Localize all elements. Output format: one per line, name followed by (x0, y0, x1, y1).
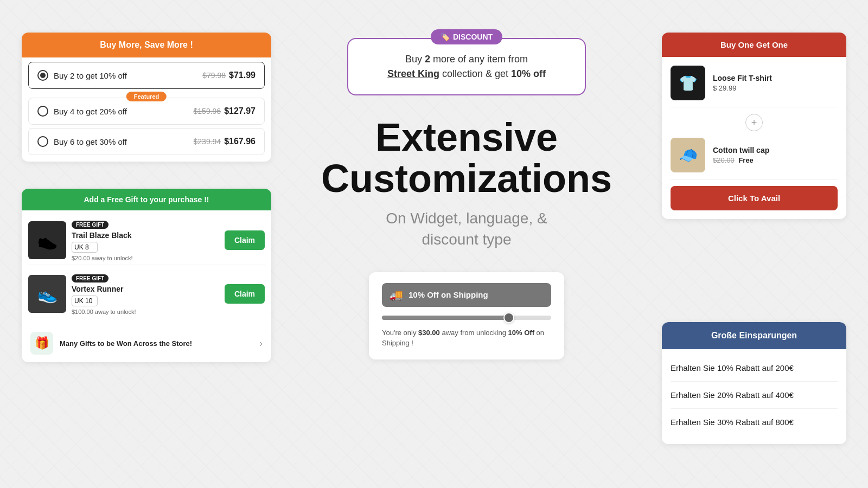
cap-icon: 🧢 (671, 138, 705, 172)
size-select-1[interactable]: UK 8 UK 9 UK 10 (72, 242, 98, 253)
progress-thumb (503, 312, 514, 323)
gift-item-unlock-1: $20.00 away to unlock! (72, 255, 219, 261)
shipping-discount: 10% Off (508, 329, 534, 337)
truck-icon: 🚚 (390, 288, 403, 301)
progress-track (382, 316, 551, 320)
discount-text-part1: Buy (405, 54, 425, 65)
buy-option-1[interactable]: Buy 2 to get 10% off $79.98 $71.99 (28, 62, 265, 89)
buy-option-prices-1: $79.98 $71.99 (202, 70, 256, 80)
discount-text-part3: collection & get (439, 68, 511, 79)
headline-line1: Extensive (375, 115, 558, 159)
bogo-item-2: 🧢 Cotton twill cap $20.00 Free (671, 138, 838, 179)
buy-option-2[interactable]: Featured Buy 4 to get 20% off $159.96 $1… (28, 98, 265, 125)
progress-fill (382, 316, 509, 320)
bogo-item-img-1: 👕 (671, 66, 705, 100)
buy-more-header: Buy More, Save More ! (22, 33, 271, 57)
buy-more-widget: Buy More, Save More ! Buy 2 to get 10% o… (22, 33, 271, 162)
bogo-item-info-1: Loose Fit T-shirt $ 29.99 (713, 74, 838, 92)
subtitle-line2: discount type (422, 231, 512, 248)
chevron-right-icon: › (259, 338, 263, 349)
buy-option-label-1: Buy 2 to get 10% off (54, 71, 197, 80)
headline-subtitle: On Widget, language, & discount type (321, 208, 612, 250)
claim-button-1[interactable]: Claim (225, 230, 265, 250)
shipping-amount: $30.00 (418, 329, 440, 337)
shipping-header: 🚚 10% Off on Shipping (382, 283, 551, 307)
plus-circle: + (745, 114, 763, 131)
bogo-original-price-2: $20.00 (713, 156, 735, 164)
gift-item-1: FREE GIFT Trail Blaze Black UK 8 UK 9 UK… (28, 216, 265, 265)
buy-option-3[interactable]: Buy 6 to get 30% off $239.94 $167.96 (28, 128, 265, 155)
gift-item-img-2 (28, 275, 66, 313)
discount-text: Buy 2 more of any item from Street King … (370, 52, 563, 81)
gift-item-unlock-2: $100.00 away to unlock! (72, 309, 219, 315)
bogo-price-1: $ 29.99 (713, 84, 736, 92)
subtitle-line1: On Widget, language, & (386, 210, 547, 227)
gift-icon: 🎁 (30, 332, 53, 355)
original-price-2: $159.96 (194, 107, 221, 115)
headline-title: Extensive Customizations (321, 117, 612, 199)
shoe-runner-icon (28, 275, 66, 313)
main-headline: Extensive Customizations On Widget, lang… (321, 117, 612, 251)
discounted-price-1: $71.99 (229, 70, 256, 80)
shipping-desc: You're only $30.00 away from unlocking 1… (382, 328, 551, 349)
gift-footer-text: Many Gifts to be Won Across the Store! (60, 339, 253, 348)
discount-text-part2: more of any item from (430, 54, 528, 65)
bogo-item-info-2: Cotton twill cap $20.00 Free (713, 146, 838, 164)
shipping-widget: 🚚 10% Off on Shipping You're only $30.00… (369, 272, 564, 359)
radio-3 (37, 136, 48, 147)
german-item-2: Erhalten Sie 20% Rabatt auf 400€ (671, 382, 838, 409)
german-item-1: Erhalten Sie 10% Rabatt auf 200€ (671, 355, 838, 382)
bogo-item-1: 👕 Loose Fit T-shirt $ 29.99 (671, 66, 838, 107)
radio-2 (37, 106, 48, 117)
radio-selected-1 (37, 70, 48, 81)
gift-footer[interactable]: 🎁 Many Gifts to be Won Across the Store!… (22, 324, 271, 362)
right-column: Buy One Get One 👕 Loose Fit T-shirt $ 29… (662, 22, 846, 444)
discounted-price-2: $127.97 (224, 106, 256, 116)
german-header: Große Einsparungen (662, 322, 846, 349)
bogo-item-price-1: $ 29.99 (713, 84, 838, 92)
gift-item-img-1 (28, 221, 66, 259)
shipping-desc-part2: away from unlocking (440, 329, 508, 337)
buy-option-prices-3: $239.94 $167.96 (194, 137, 256, 146)
center-column: 🏷️ DISCOUNT Buy 2 more of any item from … (271, 22, 662, 359)
free-gift-header: Add a Free Gift to your purchase !! (22, 189, 271, 210)
original-price-1: $79.98 (202, 71, 226, 80)
tshirt-icon: 👕 (671, 66, 705, 100)
progress-bar-container (382, 316, 551, 320)
bogo-header: Buy One Get One (662, 33, 846, 57)
shipping-desc-part1: You're only (382, 329, 418, 337)
gift-item-name-1: Trail Blaze Black (72, 231, 219, 240)
buy-option-label-3: Buy 6 to get 30% off (54, 137, 188, 146)
bogo-item-img-2: 🧢 (671, 138, 705, 172)
free-gift-badge-2: FREE GIFT (72, 274, 108, 282)
shipping-title: 10% Off on Shipping (409, 290, 488, 299)
claim-button-2[interactable]: Claim (225, 284, 265, 304)
discount-label: 🏷️ DISCOUNT (431, 29, 502, 44)
tag-icon: 🏷️ (441, 33, 450, 41)
featured-badge: Featured (126, 92, 167, 101)
free-gift-badge-1: FREE GIFT (72, 221, 108, 229)
bogo-cta-button[interactable]: Click To Avail (671, 186, 838, 210)
page-container: Buy More, Save More ! Buy 2 to get 10% o… (0, 0, 868, 488)
gift-item-info-2: FREE GIFT Vortex Runner UK 10 UK 8 UK 9 … (72, 273, 219, 315)
german-widget: Große Einsparungen Erhalten Sie 10% Raba… (662, 322, 846, 444)
discount-highlight: 10% off (511, 68, 546, 79)
gift-item-size-1: UK 8 UK 9 UK 10 (72, 242, 219, 253)
headline-line2: Customizations (321, 157, 612, 200)
bogo-widget: Buy One Get One 👕 Loose Fit T-shirt $ 29… (662, 33, 846, 219)
discount-bold: 2 (425, 54, 430, 65)
bogo-item-price-2: $20.00 Free (713, 156, 838, 164)
left-column: Buy More, Save More ! Buy 2 to get 10% o… (22, 22, 271, 362)
size-select-2[interactable]: UK 10 UK 8 UK 9 (72, 296, 98, 306)
free-gift-widget: Add a Free Gift to your purchase !! FREE… (22, 189, 271, 362)
free-gift-items: FREE GIFT Trail Blaze Black UK 8 UK 9 UK… (22, 210, 271, 324)
brand-underline: Street King (387, 68, 439, 79)
gift-item-2: FREE GIFT Vortex Runner UK 10 UK 8 UK 9 … (28, 269, 265, 318)
discount-label-text: DISCOUNT (453, 33, 493, 41)
discounted-price-3: $167.96 (224, 137, 256, 146)
discount-banner: 🏷️ DISCOUNT Buy 2 more of any item from … (347, 38, 586, 95)
buy-option-prices-2: $159.96 $127.97 (194, 106, 256, 116)
bogo-item-name-2: Cotton twill cap (713, 146, 838, 155)
bogo-item-name-1: Loose Fit T-shirt (713, 74, 838, 82)
german-items: Erhalten Sie 10% Rabatt auf 200€ Erhalte… (662, 349, 846, 444)
